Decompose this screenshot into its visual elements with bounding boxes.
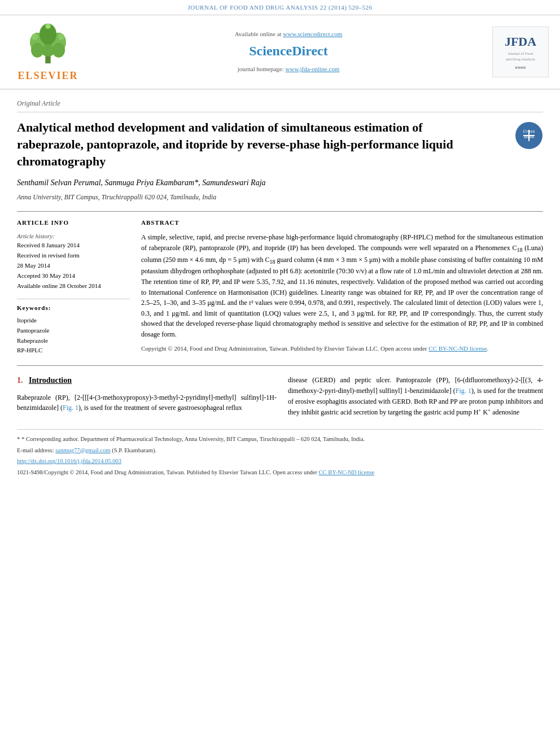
accepted: Accepted 30 May 2014 (17, 272, 130, 281)
jfda-badge: JFDA (505, 33, 536, 51)
footnote-corresponding: * * Corresponding author. Department of … (17, 434, 543, 444)
abstract-copyright: Copyright © 2014, Food and Drug Administ… (141, 344, 543, 353)
journal-logo: JFDA Journal of Foodand Drug Analysis ■■… (492, 27, 549, 77)
intro-left-text: Rabeprazole (RP), [2-[[[4-(3-methoxyprop… (17, 392, 277, 413)
available-online: Available online 28 October 2014 (17, 282, 130, 291)
keyword-3: Rabeprazole (17, 337, 130, 346)
keywords-heading: Keywords: (17, 304, 130, 313)
received-1: Received 8 January 2014 (17, 241, 130, 250)
crossmark-badge: Cross Mark (515, 121, 543, 150)
center-header: Available online at www.sciencedirect.co… (85, 30, 492, 75)
abstract-section: ABSTRACT A simple, selective, rapid, and… (141, 219, 543, 356)
footnote-cc-link[interactable]: CC BY-NC-ND license (319, 469, 375, 475)
intro-left-col: 1. Introduction Rabeprazole (RP), [2-[[[… (17, 375, 277, 417)
elsevier-brand-text: ELSEVIER (18, 68, 78, 83)
footnote-email: E-mail address: sanmug77@gmail.com (S.P.… (17, 446, 543, 455)
abstract-text: A simple, selective, rapid, and precise … (141, 232, 543, 340)
doi-link[interactable]: http://dx.doi.org/10.1016/j.jfda.2014.05… (17, 458, 121, 464)
sciencedirect-brand: ScienceDirect (85, 41, 492, 61)
cc-license-link[interactable]: CC BY-NC-ND license (428, 345, 487, 352)
article-body-columns: ARTICLE INFO Article history: Received 8… (17, 211, 543, 356)
affiliation: Anna University, BIT Campus, Tiruchirapp… (17, 193, 543, 202)
keyword-1: Itopride (17, 316, 130, 325)
keywords-section: Keywords: Itopride Pantoprazole Rabepraz… (17, 299, 130, 356)
history-label: Article history: (17, 232, 130, 241)
svg-point-9 (45, 24, 50, 29)
elsevier-logo: ELSEVIER (11, 21, 85, 83)
journal-homepage-text: journal homepage: www.jfda-online.com (85, 65, 492, 74)
received-2-date: 28 May 2014 (17, 261, 130, 270)
intro-right-text: disease (GERD) and peptic ulcer. Pantopr… (288, 375, 543, 417)
abstract-heading: ABSTRACT (141, 219, 543, 228)
svg-point-6 (53, 43, 65, 58)
elsevier-tree-icon (20, 21, 76, 66)
svg-point-5 (31, 43, 44, 58)
article-type: Original Article (17, 99, 543, 112)
svg-point-7 (32, 34, 38, 40)
received-2: Received in revised form (17, 251, 130, 260)
section-number: 1. (17, 376, 23, 385)
sciencedirect-url[interactable]: www.sciencedirect.com (283, 30, 342, 37)
jfda-url[interactable]: www.jfda-online.com (286, 65, 340, 72)
intro-section-title: 1. Introduction (17, 375, 277, 386)
intro-right-col: disease (GERD) and peptic ulcer. Pantopr… (288, 375, 543, 417)
title-section: Analytical method development and valida… (17, 119, 543, 169)
article-info-heading: ARTICLE INFO (17, 219, 130, 228)
footnote-doi: http://dx.doi.org/10.1016/j.jfda.2014.05… (17, 457, 543, 466)
footnote-area: * * Corresponding author. Department of … (17, 429, 543, 477)
jfda-subtext: Journal of Foodand Drug Analysis (506, 51, 535, 62)
footnote-email-link[interactable]: sanmug77@gmail.com (55, 447, 110, 453)
authors: Senthamil Selvan Perumal, Sanmuga Priya … (17, 177, 543, 189)
article-info-panel: ARTICLE INFO Article history: Received 8… (17, 219, 130, 356)
journal-title: JOURNAL OF FOOD AND DRUG ANALYSIS 22 (20… (187, 4, 372, 11)
publisher-header: ELSEVIER Available online at www.science… (0, 15, 560, 90)
introduction-section: 1. Introduction Rabeprazole (RP), [2-[[[… (17, 375, 543, 417)
article-title: Analytical method development and valida… (17, 119, 480, 169)
intro-title-text: Introduction (29, 376, 72, 385)
keyword-4: RP-HPLC (17, 346, 130, 355)
journal-header-bar: JOURNAL OF FOOD AND DRUG ANALYSIS 22 (20… (0, 0, 560, 15)
keyword-2: Pantoprazole (17, 326, 130, 335)
svg-point-8 (58, 34, 64, 40)
main-content: Original Article Analytical method devel… (0, 90, 560, 491)
available-online-text: Available online at www.sciencedirect.co… (85, 30, 492, 39)
section-divider (17, 365, 543, 366)
footnote-issn: 1021-9498/Copyright © 2014, Food and Dru… (17, 468, 543, 477)
